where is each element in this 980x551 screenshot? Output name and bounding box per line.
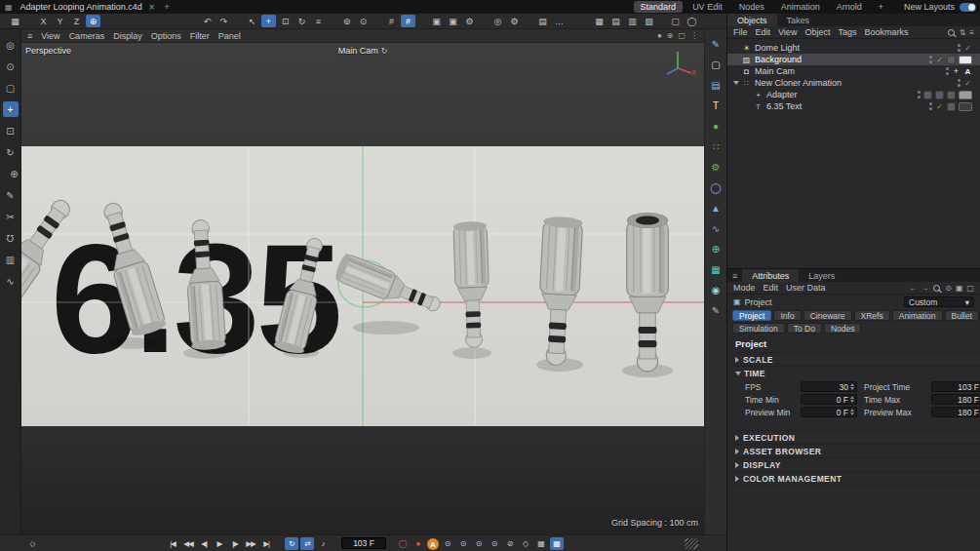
attr-tab-project[interactable]: Project xyxy=(732,310,771,321)
objects-menu-item[interactable]: Tags xyxy=(838,27,856,37)
enabled-check-icon[interactable]: ✓ xyxy=(963,79,972,88)
visibility-dots[interactable] xyxy=(929,102,932,110)
search-icon[interactable] xyxy=(932,284,941,293)
field-icon[interactable]: ◯ xyxy=(709,180,724,195)
number-input[interactable]: 103 F xyxy=(931,381,980,392)
tool-history-button[interactable]: ≡ xyxy=(311,15,326,27)
viewport-options-icon[interactable]: ⋮ xyxy=(690,31,698,40)
enabled-check-icon[interactable]: ✓ xyxy=(935,102,944,111)
brush-tool-icon[interactable]: ✎ xyxy=(3,187,19,203)
number-input[interactable]: 0 F xyxy=(801,394,857,405)
search-icon[interactable] xyxy=(947,28,956,37)
number-input[interactable]: 180 F xyxy=(931,394,980,405)
view-label[interactable]: Perspective xyxy=(25,46,71,56)
attr-tab-simulation[interactable]: Simulation xyxy=(732,323,785,334)
keyframe-presets-button[interactable]: ▦ xyxy=(534,537,548,550)
render-settings-button[interactable]: ⚙ xyxy=(462,15,477,27)
workplane-icon[interactable]: ▦ xyxy=(8,15,22,27)
jump-start-button[interactable]: |◀ xyxy=(166,537,179,550)
new-layouts-label[interactable]: New Layouts xyxy=(904,2,955,12)
objects-menu-item[interactable]: File xyxy=(733,27,748,37)
coord-system-button[interactable]: ⊕ xyxy=(86,15,100,27)
loop-mode-button[interactable]: ↻ xyxy=(285,537,298,550)
deformer-icon[interactable]: ∿ xyxy=(709,221,724,236)
tab-layers[interactable]: Layers xyxy=(799,269,844,282)
pin-button[interactable]: ⊙ xyxy=(356,15,371,27)
attributes-menu-item[interactable]: Mode xyxy=(733,283,756,293)
rotate-tool-button[interactable]: ↻ xyxy=(294,15,309,27)
attribute-section[interactable]: EXECUTION xyxy=(727,430,980,444)
adapter-plug-7[interactable] xyxy=(536,216,583,366)
tab-takes[interactable]: Takes xyxy=(777,14,820,26)
hud-icon[interactable]: ● xyxy=(657,31,662,40)
record-pla-button[interactable]: ⊘ xyxy=(503,537,517,550)
extrude-icon[interactable]: ▤ xyxy=(709,78,724,93)
spinner-arrows-icon[interactable] xyxy=(850,409,854,415)
layout-tab-animation[interactable]: Animation xyxy=(774,1,827,13)
resize-grip[interactable] xyxy=(685,538,698,549)
attr-tab-nodes[interactable]: Nodes xyxy=(824,323,862,334)
jump-end-button[interactable]: ▶| xyxy=(259,537,273,550)
record-dot-button[interactable]: ● xyxy=(412,537,425,550)
visibility-dots[interactable] xyxy=(918,91,921,98)
grid-snap-button[interactable]: # xyxy=(384,15,399,27)
camera-swap-icon[interactable]: ↻ xyxy=(381,47,388,56)
layout-tab-add[interactable]: + xyxy=(872,1,890,13)
float-window-icon[interactable]: ▢ xyxy=(966,284,974,293)
spline-pen-icon[interactable]: ✎ xyxy=(709,37,724,52)
expand-arrow-icon[interactable] xyxy=(733,81,739,85)
visibility-dots[interactable] xyxy=(958,79,960,87)
phong-tag-icon[interactable] xyxy=(923,91,932,99)
magnet-tool-icon[interactable]: ℧ xyxy=(3,230,19,246)
cube-primitive-icon[interactable]: ▢ xyxy=(709,58,724,72)
selection-tool-icon[interactable]: ⊙ xyxy=(3,59,19,74)
attribute-section[interactable]: DISPLAY xyxy=(727,457,980,471)
number-input[interactable]: 180 F xyxy=(931,407,980,417)
scene-nodes-icon[interactable]: ▦ xyxy=(709,262,724,277)
viewport-menu-item[interactable]: Panel xyxy=(218,31,241,41)
alignment-tag-icon[interactable]: A xyxy=(963,67,972,76)
objects-menu-item[interactable]: View xyxy=(778,27,797,37)
number-input[interactable]: 0 F xyxy=(801,407,857,417)
panel-toggle-button[interactable]: ▢ xyxy=(668,15,683,27)
quantize-button[interactable]: # xyxy=(401,15,415,27)
adapter-plug-4[interactable] xyxy=(273,235,332,356)
filter-icon[interactable]: ≡ xyxy=(969,28,974,37)
knife-tool-icon[interactable]: ✂ xyxy=(3,209,19,224)
objects-menu-item[interactable]: Bookmarks xyxy=(864,27,908,37)
camera-label[interactable]: Main Cam ↻ xyxy=(338,46,388,56)
axis-z-button[interactable]: Z xyxy=(69,15,84,27)
record-position-button[interactable]: ⊙ xyxy=(441,537,454,550)
object-row-adapter[interactable]: + Adapter xyxy=(727,89,980,100)
compositing-tag-icon[interactable] xyxy=(947,56,956,64)
pin-icon[interactable]: ⊙ xyxy=(945,284,952,293)
history-forward-icon[interactable]: → xyxy=(921,284,928,293)
attr-tab-cineware[interactable]: Cineware xyxy=(804,310,852,321)
new-tab-icon[interactable]: + xyxy=(165,2,170,12)
cloner-icon[interactable]: ∷ xyxy=(709,139,724,154)
content-browser-button[interactable]: ▤ xyxy=(535,15,550,27)
scale-tool-icon[interactable]: ⊡ xyxy=(3,123,19,138)
next-key-button[interactable]: ▶▶ xyxy=(244,537,257,550)
object-row-background[interactable]: ▨ Background ✓ xyxy=(727,54,980,65)
move-tool-icon[interactable]: + xyxy=(3,101,19,117)
undo-button[interactable]: ↶ xyxy=(200,15,215,27)
number-input[interactable]: 30 xyxy=(801,381,857,392)
solo-button[interactable]: ◎ xyxy=(490,15,505,27)
axis-y-button[interactable]: Y xyxy=(53,15,67,27)
dynamics-icon[interactable]: ⚙ xyxy=(709,160,724,175)
tab-attributes[interactable]: Attributes xyxy=(742,269,799,282)
redo-button[interactable]: ↷ xyxy=(216,15,231,27)
attr-tab-todo[interactable]: To Do xyxy=(787,323,822,334)
layout-split-3-button[interactable]: ▥ xyxy=(625,15,640,27)
next-frame-button[interactable]: |▶ xyxy=(228,537,242,550)
scale-tool-button[interactable]: ⊡ xyxy=(278,15,293,27)
render-picture-viewer-button[interactable]: ▣ xyxy=(446,15,460,27)
material-icon[interactable]: ◉ xyxy=(709,283,724,297)
viewport-menu-item[interactable]: Filter xyxy=(190,31,210,41)
viewport-menu-item[interactable]: View xyxy=(41,31,59,41)
snap-keys-button[interactable]: ▦ xyxy=(550,537,564,550)
rotate-tool-icon[interactable]: ↻ xyxy=(3,144,19,160)
attributes-menu-item[interactable]: User Data xyxy=(786,283,826,293)
more-tools-button[interactable]: … xyxy=(552,15,567,27)
